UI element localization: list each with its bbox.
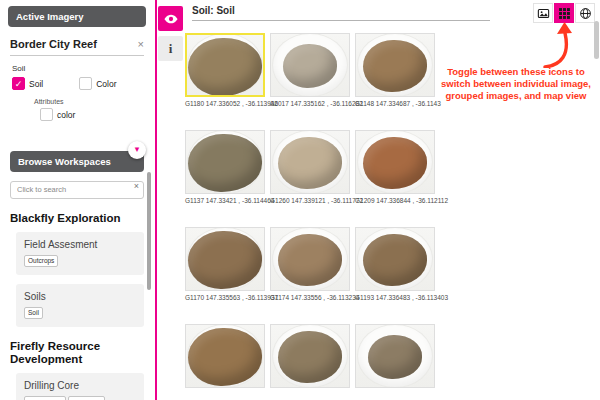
chevron-down-icon: ▾ [135, 144, 140, 154]
sample-cell-G1180[interactable]: G1180 147.336052 , -36.113936 [185, 33, 265, 130]
color-checkbox-label: Color [96, 79, 116, 89]
sample-label: A2017 147.335162 , -36.116282 [270, 100, 350, 107]
sample-cell-G1148[interactable]: G1148 147.334687 , -36.1143 [355, 33, 435, 130]
sample-label: G1170 147.335563 , -36.113937 [185, 294, 265, 301]
tag-chip: Outcrops [24, 255, 58, 267]
sample-cell-G1170[interactable]: G1170 147.335563 , -36.113937 [185, 227, 265, 324]
sample-cell-G1137[interactable]: G1137 147.33421 , -36.114464 [185, 130, 265, 227]
project-card-soils[interactable]: Soils Soil [16, 284, 144, 327]
collapse-button[interactable]: ▾ [128, 141, 146, 159]
sample-cell-G1174[interactable]: G1174 147.33556 , -36.113234 [270, 227, 350, 324]
browse-workspaces-section: Browse Workspaces ▾ × Blackfly Explorati… [10, 151, 144, 400]
sample-cell-G1209[interactable]: G1209 147.336844 , -36.112112 [355, 130, 435, 227]
tag-chip: Downhole [68, 396, 105, 400]
project-tags: Core BoxesDownholeLogs Scale 1-50Logs Sc… [24, 396, 136, 400]
attributes-label: Attributes [34, 98, 144, 105]
close-icon[interactable]: × [138, 39, 144, 49]
annotation-arrow [535, 22, 579, 68]
sidebar-scrollbar[interactable] [147, 172, 151, 290]
search-input[interactable] [10, 181, 144, 199]
annotation-text: Toggle between these icons to switch bet… [432, 66, 600, 102]
page-title: Soil: Soil [192, 5, 235, 16]
image-icon [537, 7, 550, 20]
project-tags: Outcrops [24, 255, 136, 267]
sample-cell[interactable] [270, 324, 350, 400]
page-scrollbar[interactable] [594, 21, 599, 59]
soil-photo [185, 33, 265, 97]
workspace-name-firefly: Firefly Resource Development [10, 340, 144, 366]
image-grid: G1180 147.336052 , -36.113936A2017 147.3… [185, 33, 435, 400]
soil-checkbox-label: Soil [29, 79, 43, 89]
soil-photo [355, 324, 435, 388]
sample-cell[interactable] [185, 324, 265, 400]
sidebar: Active Imagery Border City Reef × Soil ✓… [0, 0, 154, 400]
tag-chip: Core Boxes [24, 396, 66, 400]
soil-photo [185, 130, 265, 194]
project-card-field-assesment[interactable]: Field Assesment Outcrops [16, 232, 144, 275]
browse-workspaces-header: Browse Workspaces [10, 151, 144, 172]
soil-photo [355, 227, 435, 291]
sample-label: G1174 147.33556 , -36.113234 [270, 294, 350, 301]
active-imagery-header: Active Imagery [8, 6, 146, 27]
title-divider [192, 20, 490, 21]
project-card-drilling-core[interactable]: Drilling Core Core BoxesDownholeLogs Sca… [16, 373, 144, 400]
project-title: Field Assesment [24, 239, 136, 250]
attr-color-checkbox[interactable] [40, 108, 53, 121]
soil-group-label: Soil [12, 64, 144, 73]
sample-cell[interactable] [355, 324, 435, 400]
sample-cell-A2017[interactable]: A2017 147.335162 , -36.116282 [270, 33, 350, 130]
soil-photo [270, 130, 350, 194]
tag-chip: Soil [24, 307, 43, 319]
soil-photo [270, 227, 350, 291]
view-toggle-group [533, 3, 595, 23]
panel-divider [155, 0, 157, 400]
info-button[interactable]: i [158, 36, 183, 61]
soil-photo [270, 33, 350, 97]
sample-label: G1137 147.33421 , -36.114464 [185, 197, 265, 204]
project-title: Drilling Core [24, 380, 136, 391]
project-tags: Soil [24, 307, 136, 319]
sample-label: G1260 147.339121 , -36.111772 [270, 197, 350, 204]
map-view-button[interactable] [575, 3, 595, 23]
clear-search-icon[interactable]: × [134, 181, 139, 191]
filter-panel: Border City Reef × Soil ✓ Soil Color Att… [0, 38, 154, 400]
info-icon: i [169, 41, 173, 57]
soil-photo [355, 33, 435, 97]
eye-icon [163, 11, 179, 27]
sample-label: G1209 147.336844 , -36.112112 [355, 197, 435, 204]
sample-label: G1180 147.336052 , -36.113936 [185, 100, 265, 107]
single-image-view-button[interactable] [533, 3, 553, 23]
soil-pile [188, 38, 262, 96]
sample-label: G1148 147.334687 , -36.1143 [355, 100, 435, 107]
soil-photo [355, 130, 435, 194]
sample-cell-G1193[interactable]: G1193 147.336483 , -36.113403 [355, 227, 435, 324]
attr-color-checkbox-label: color [57, 110, 75, 120]
sample-cell-G1260[interactable]: G1260 147.339121 , -36.111772 [270, 130, 350, 227]
sample-label: G1193 147.336483 , -36.113403 [355, 294, 435, 301]
workspace-name-blackfly: Blackfly Exploration [10, 212, 144, 225]
project-title: Soils [24, 291, 136, 302]
grouped-images-view-button[interactable] [554, 3, 574, 23]
soil-photo [270, 324, 350, 388]
grid-icon [558, 7, 571, 20]
soil-photo [185, 227, 265, 291]
soil-photo [185, 324, 265, 388]
globe-icon [579, 7, 592, 20]
filter-panel-title: Border City Reef [10, 38, 97, 50]
color-checkbox[interactable] [79, 77, 92, 90]
soil-checkbox[interactable]: ✓ [12, 77, 25, 90]
toggle-visibility-button[interactable] [158, 6, 183, 31]
